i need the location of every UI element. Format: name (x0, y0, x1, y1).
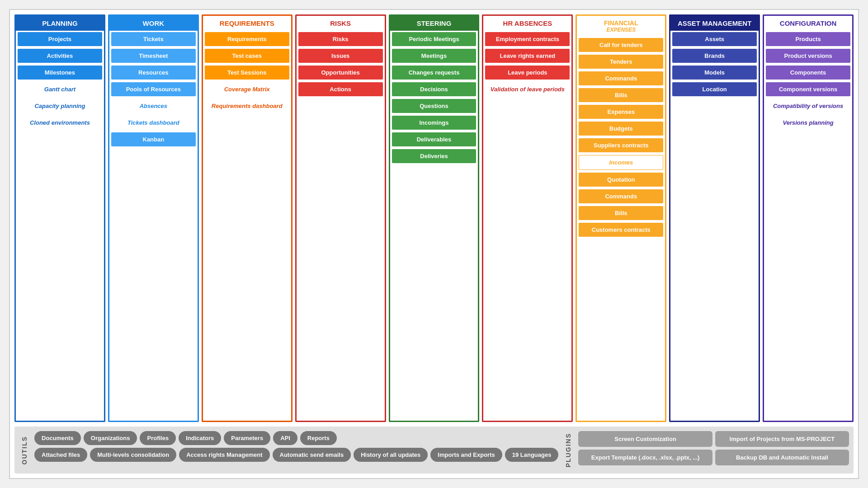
col-work: WORKTicketsTimesheetResourcesPools of Re… (108, 14, 199, 422)
col-steering: STEERINGPeriodic MeetingsMeetingsChanges… (389, 14, 480, 422)
financial-item[interactable]: Customers contracts (579, 223, 663, 237)
outils-pill[interactable]: Parameters (224, 431, 270, 445)
planning-item[interactable]: Cloned environments (18, 116, 102, 130)
plugins-row1: Screen CustomizationImport of Projects f… (578, 431, 849, 447)
work-item[interactable]: Pools of Resources (111, 82, 196, 96)
financial-item[interactable]: Bills (579, 206, 663, 220)
plugins-rows: Screen CustomizationImport of Projects f… (578, 431, 849, 469)
requirements-item[interactable]: Requirements dashboard (205, 99, 289, 113)
requirements-item[interactable]: Coverage Matrix (205, 82, 289, 96)
main-container: PLANNINGProjectsActivitiesMilestonesGant… (9, 9, 859, 479)
steering-item[interactable]: Deliverables (392, 132, 476, 146)
config-item[interactable]: Products (766, 32, 850, 46)
steering-item[interactable]: Deliveries (392, 149, 476, 163)
plugin-box[interactable]: Import of Projects from MS-PROJECT (715, 431, 849, 447)
outils-rows: DocumentsOrganizationsProfilesIndicators… (34, 431, 558, 469)
outils-pill[interactable]: Automatic send emails (273, 448, 351, 462)
outils-pill[interactable]: Organizations (84, 431, 137, 445)
col-requirements: REQUIREMENTSRequirementsTest casesTest S… (202, 14, 292, 422)
financial-item[interactable]: Budgets (579, 122, 663, 136)
hr-item[interactable]: Employment contracts (485, 32, 570, 46)
planning-item[interactable]: Gantt chart (18, 82, 102, 96)
work-item[interactable]: Tickets dashboard (111, 116, 196, 130)
steering-item[interactable]: Periodic Meetings (392, 32, 476, 46)
requirements-item[interactable]: Requirements (205, 32, 289, 46)
hr-header: HR ABSENCES (483, 16, 571, 31)
outils-pill[interactable]: Indicators (179, 431, 221, 445)
risks-item[interactable]: Opportunities (298, 66, 383, 80)
planning-item[interactable]: Capacity planning (18, 99, 102, 113)
plugins-row2: Export Template (.docx, .xlsx, .pptx, ..… (578, 450, 849, 465)
asset-header: ASSET MANAGEMENT (670, 16, 759, 31)
steering-item[interactable]: Questions (392, 99, 476, 113)
bottom-section: OUTILS DocumentsOrganizationsProfilesInd… (14, 427, 854, 474)
col-planning: PLANNINGProjectsActivitiesMilestonesGant… (14, 14, 105, 422)
outils-pill[interactable]: 19 Languages (505, 448, 559, 462)
config-item[interactable]: Versions planning (766, 116, 850, 130)
financial-item[interactable]: Commands (579, 71, 663, 85)
work-header: WORK (109, 16, 198, 31)
risks-item[interactable]: Risks (298, 32, 383, 46)
requirements-item[interactable]: Test cases (205, 49, 289, 63)
config-item[interactable]: Component versions (766, 82, 850, 96)
steering-item[interactable]: Decisions (392, 82, 476, 96)
hr-item[interactable]: Leave rights earned (485, 49, 570, 63)
plugin-box[interactable]: Backup DB and Automatic Install (715, 450, 849, 465)
work-item[interactable]: Timesheet (111, 49, 196, 63)
asset-item[interactable]: Location (672, 82, 757, 96)
plugin-box[interactable]: Export Template (.docx, .xlsx, .pptx, ..… (578, 450, 712, 465)
outils-row2: Attached filesMulti-levels consolidation… (34, 448, 558, 462)
steering-item[interactable]: Incomings (392, 116, 476, 130)
col-hr: HR ABSENCESEmployment contractsLeave rig… (482, 14, 573, 422)
plugins-label: PLUGINS (563, 431, 574, 469)
planning-item[interactable]: Milestones (18, 66, 102, 80)
outils-pill[interactable]: History of all updates (354, 448, 428, 462)
plugin-box[interactable]: Screen Customization (578, 431, 712, 447)
risks-item[interactable]: Issues (298, 49, 383, 63)
columns-section: PLANNINGProjectsActivitiesMilestonesGant… (14, 14, 854, 422)
financial-item[interactable]: Commands (579, 189, 663, 203)
planning-item[interactable]: Activities (18, 49, 102, 63)
outils-pill[interactable]: Profiles (140, 431, 176, 445)
outils-pill[interactable]: Attached files (34, 448, 87, 462)
asset-item[interactable]: Models (672, 66, 757, 80)
outils-pill[interactable]: API (273, 431, 297, 445)
steering-item[interactable]: Meetings (392, 49, 476, 63)
outils-row1: DocumentsOrganizationsProfilesIndicators… (34, 431, 558, 445)
steering-header: STEERING (390, 16, 478, 31)
outils-label: OUTILS (19, 431, 30, 469)
hr-item[interactable]: Validation of leave periods (485, 82, 570, 96)
work-item[interactable]: Absences (111, 99, 196, 113)
work-item[interactable]: Kanban (111, 132, 196, 146)
financial-item[interactable]: Expenses (579, 105, 663, 119)
asset-item[interactable]: Assets (672, 32, 757, 46)
config-item[interactable]: Product versions (766, 49, 850, 63)
financial-item[interactable]: Tenders (579, 55, 663, 69)
financial-item[interactable]: Quotation (579, 173, 663, 187)
col-financial: FINANCIALEXPENSESCall for tendersTenders… (576, 14, 666, 422)
financial-item[interactable]: Suppliers contracts (579, 138, 663, 152)
col-asset: ASSET MANAGEMENTAssetsBrandsModelsLocati… (669, 14, 760, 422)
asset-item[interactable]: Brands (672, 49, 757, 63)
financial-header: FINANCIALEXPENSES (577, 16, 665, 37)
work-item[interactable]: Tickets (111, 32, 196, 46)
outils-pill[interactable]: Access rights Management (179, 448, 269, 462)
config-header: CONFIGURATION (764, 16, 852, 31)
requirements-item[interactable]: Test Sessions (205, 66, 289, 80)
config-item[interactable]: Compatibility of versions (766, 99, 850, 113)
planning-header: PLANNING (16, 16, 104, 31)
planning-item[interactable]: Projects (18, 32, 102, 46)
financial-item[interactable]: Incomes (579, 155, 663, 170)
col-config: CONFIGURATIONProductsProduct versionsCom… (763, 14, 854, 422)
outils-pill[interactable]: Imports and Exports (430, 448, 502, 462)
steering-item[interactable]: Changes requests (392, 66, 476, 80)
hr-item[interactable]: Leave periods (485, 66, 570, 80)
financial-item[interactable]: Call for tenders (579, 38, 663, 52)
financial-item[interactable]: Bills (579, 88, 663, 102)
work-item[interactable]: Resources (111, 66, 196, 80)
outils-pill[interactable]: Multi-levels consolidation (90, 448, 176, 462)
config-item[interactable]: Components (766, 66, 850, 80)
risks-item[interactable]: Actions (298, 82, 383, 96)
outils-pill[interactable]: Documents (34, 431, 81, 445)
outils-pill[interactable]: Reports (300, 431, 337, 445)
